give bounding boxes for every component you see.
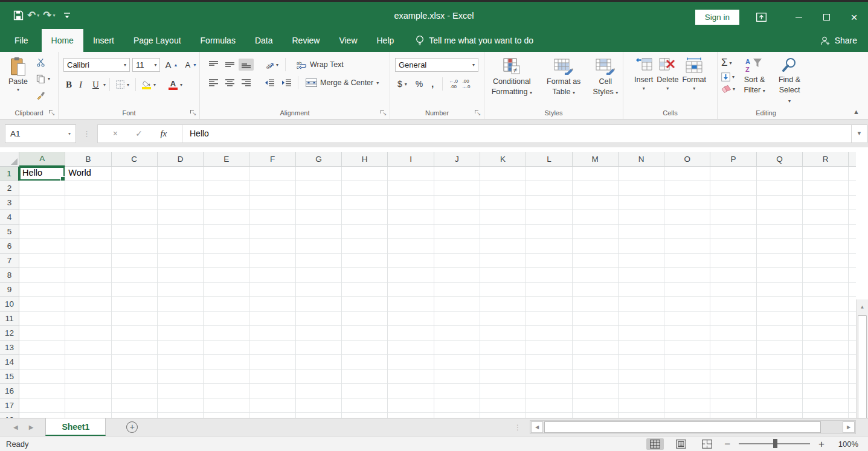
cell-O5[interactable] [664,225,710,239]
cell-K17[interactable] [480,398,526,413]
formula-bar-grip[interactable]: ⋮ [83,129,91,138]
cell-A6[interactable] [19,239,65,254]
cell-K15[interactable] [480,369,526,384]
font-color-dropdown-icon[interactable]: ▾ [180,82,182,88]
cell-J5[interactable] [434,225,480,239]
cell-M10[interactable] [573,297,619,312]
cell-L17[interactable] [526,398,572,413]
cell-N4[interactable] [619,210,664,225]
cell-M4[interactable] [573,210,619,225]
cell-L10[interactable] [526,297,572,312]
cell-J9[interactable] [434,283,480,297]
cell-overflow-3[interactable] [849,196,856,210]
cell-F6[interactable] [249,239,295,254]
cell-Q14[interactable] [757,355,803,369]
cell-C12[interactable] [112,326,158,341]
cell-H13[interactable] [342,341,388,355]
cell-K9[interactable] [480,283,526,297]
cell-R4[interactable] [803,210,849,225]
cell-L15[interactable] [526,369,572,384]
minimize-button[interactable] [785,4,812,31]
increase-decimal-icon[interactable]: ←.0.00 [449,78,458,89]
cell-G16[interactable] [296,384,342,398]
cell-C3[interactable] [112,196,158,210]
cell-R16[interactable] [803,384,849,398]
new-sheet-icon[interactable]: + [126,421,138,433]
cell-E5[interactable] [204,225,249,239]
cell-I3[interactable] [388,196,434,210]
cell-K6[interactable] [480,239,526,254]
cell-L3[interactable] [526,196,572,210]
cell-C7[interactable] [112,254,158,268]
cell-Q18[interactable] [757,413,803,418]
column-header-B[interactable]: B [65,152,111,167]
align-left-icon[interactable] [206,77,221,89]
row-header-14[interactable]: 14 [0,355,19,369]
zoom-out-icon[interactable]: − [724,439,730,449]
cell-G11[interactable] [296,312,342,326]
middle-align-icon[interactable] [222,59,237,71]
cell-O3[interactable] [664,196,710,210]
borders-dropdown-icon[interactable]: ▾ [127,82,129,88]
cell-B7[interactable] [65,254,111,268]
cell-A10[interactable] [19,297,65,312]
cell-C2[interactable] [112,181,158,196]
cell-A2[interactable] [19,181,65,196]
cell-I13[interactable] [388,341,434,355]
cell-B14[interactable] [65,355,111,369]
cell-D1[interactable] [158,167,204,181]
cell-R6[interactable] [803,239,849,254]
cell-A9[interactable] [19,283,65,297]
cell-R12[interactable] [803,326,849,341]
cell-H12[interactable] [342,326,388,341]
cell-R15[interactable] [803,369,849,384]
cell-N6[interactable] [619,239,664,254]
cell-G14[interactable] [296,355,342,369]
vertical-scroll-thumb[interactable] [858,315,867,418]
cell-I11[interactable] [388,312,434,326]
cell-O2[interactable] [664,181,710,196]
horizontal-scrollbar[interactable]: ◀ ▶ [530,420,856,434]
cell-G5[interactable] [296,225,342,239]
cell-B11[interactable] [65,312,111,326]
cell-E16[interactable] [204,384,249,398]
cell-overflow-1[interactable] [849,167,856,181]
cell-overflow-7[interactable] [849,254,856,268]
formula-input[interactable]: Hello [182,124,852,143]
cut-icon[interactable] [34,57,53,68]
merge-center-dropdown-icon[interactable]: ▾ [376,80,379,86]
cell-I17[interactable] [388,398,434,413]
cell-G17[interactable] [296,398,342,413]
format-as-table-dropdown-icon[interactable]: ▾ [573,90,575,95]
cell-L14[interactable] [526,355,572,369]
cell-I2[interactable] [388,181,434,196]
row-header-5[interactable]: 5 [0,225,19,239]
cell-O15[interactable] [664,369,710,384]
page-layout-view-icon[interactable] [672,438,690,450]
cell-N18[interactable] [619,413,664,418]
cell-P2[interactable] [710,181,756,196]
formula-bar-expand-icon[interactable]: ▼ [852,124,867,143]
cell-R10[interactable] [803,297,849,312]
column-header-M[interactable]: M [573,152,619,167]
cell-A17[interactable] [19,398,65,413]
cell-E4[interactable] [204,210,249,225]
tab-help[interactable]: Help [367,29,404,52]
cell-P15[interactable] [710,369,756,384]
cell-P5[interactable] [710,225,756,239]
cell-I8[interactable] [388,268,434,283]
autosum-button[interactable]: Σ▾ [721,57,735,69]
cell-N12[interactable] [619,326,664,341]
cell-O11[interactable] [664,312,710,326]
cell-F16[interactable] [249,384,295,398]
cell-D8[interactable] [158,268,204,283]
cell-J7[interactable] [434,254,480,268]
column-header-K[interactable]: K [480,152,526,167]
close-button[interactable]: × [840,4,868,31]
cell-O8[interactable] [664,268,710,283]
cell-P3[interactable] [710,196,756,210]
cell-M15[interactable] [573,369,619,384]
redo-button[interactable]: ↷▾ [43,10,55,21]
column-header-G[interactable]: G [296,152,342,167]
cell-D15[interactable] [158,369,204,384]
